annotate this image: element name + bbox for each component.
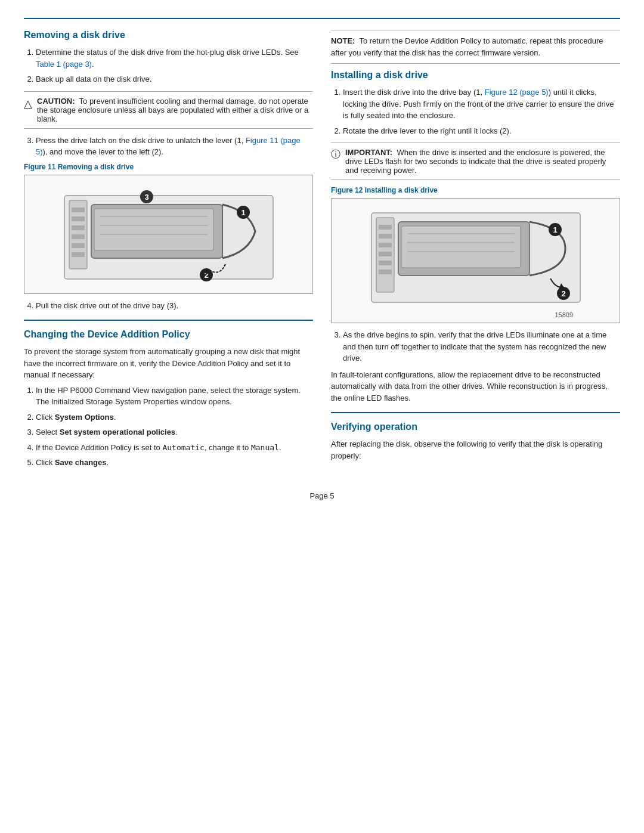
important-icon: ⓘ (331, 148, 340, 161)
removing-step-2: Back up all data on the disk drive. (36, 73, 313, 85)
svg-rect-9 (94, 209, 213, 250)
removing-steps-3: Pull the disk drive out of the drive bay… (24, 300, 313, 312)
verifying-text: After replacing the disk, observe the fo… (331, 438, 620, 462)
verifying-section: Verifying operation After replacing the … (331, 422, 620, 462)
svg-text:15809: 15809 (555, 311, 573, 318)
page-number: Page 5 (24, 491, 620, 500)
svg-rect-5 (72, 234, 85, 239)
installing-step-3: As the drive begins to spin, verify that… (343, 329, 620, 364)
changing-title: Changing the Device Addition Policy (24, 329, 313, 340)
installing-step-1: Insert the disk drive into the drive bay… (343, 86, 620, 122)
removing-step-1: Determine the status of the disk drive f… (36, 47, 313, 70)
figure12-link[interactable]: Figure 12 (page 5) (485, 88, 549, 97)
table1-link[interactable]: Table 1 (page 3) (36, 60, 92, 69)
changing-step-1: In the HP P6000 Command View navigation … (36, 385, 313, 408)
changing-steps: In the HP P6000 Command View navigation … (24, 385, 313, 469)
note-label: NOTE: (331, 36, 359, 45)
svg-rect-7 (72, 252, 85, 257)
svg-rect-4 (72, 225, 85, 230)
svg-rect-6 (72, 243, 85, 248)
removing-bottom-rule (24, 320, 313, 321)
removing-step-4: Pull the disk drive out of the drive bay… (36, 300, 313, 312)
figure11-caption: Figure 11 Removing a disk drive (24, 163, 313, 171)
figure11-image: 1 2 3 (24, 175, 313, 294)
svg-rect-26 (379, 261, 392, 265)
installing-section: Installing a disk drive Insert the disk … (331, 70, 620, 413)
svg-rect-29 (401, 226, 521, 268)
changing-step-5: Click Save changes. (36, 457, 313, 469)
changing-step-4: If the Device Addition Policy is set to … (36, 442, 313, 454)
figure12-image: 1 2 15809 (331, 198, 620, 323)
caution-box: △ CAUTION: To prevent insufficient cooli… (24, 91, 313, 129)
verifying-title: Verifying operation (331, 422, 620, 432)
changing-step-2: Click System Options. (36, 411, 313, 423)
installing-title: Installing a disk drive (331, 70, 620, 80)
svg-text:2: 2 (561, 289, 565, 298)
removing-title: Removing a disk drive (24, 30, 313, 41)
changing-step-3: Select Set system operational policies. (36, 426, 313, 438)
installing-steps-1: Insert the disk drive into the drive bay… (331, 86, 620, 137)
changing-section: Changing the Device Addition Policy To p… (24, 329, 313, 469)
installing-steps-2: As the drive begins to spin, verify that… (331, 329, 620, 364)
important-text: IMPORTANT: When the drive is inserted an… (345, 148, 620, 175)
svg-rect-24 (379, 243, 392, 247)
important-box: ⓘ IMPORTANT: When the drive is inserted … (331, 143, 620, 180)
removing-steps-1: Determine the status of the disk drive f… (24, 47, 313, 85)
removing-section: Removing a disk drive Determine the stat… (24, 30, 313, 321)
removing-steps-2: Press the drive latch on the disk drive … (24, 135, 313, 158)
svg-rect-3 (72, 216, 85, 221)
installing-note: In fault-tolerant configurations, allow … (331, 369, 620, 404)
figure11-svg: 1 2 3 (58, 178, 279, 291)
svg-text:1: 1 (241, 208, 245, 217)
svg-rect-23 (379, 234, 392, 239)
svg-rect-2 (72, 208, 85, 212)
caution-icon: △ (24, 97, 32, 110)
figure12-caption: Figure 12 Installing a disk drive (331, 186, 620, 194)
step1-text: Determine the status of the disk drive f… (36, 48, 299, 57)
top-rule (24, 18, 620, 19)
note-text: To return the Device Addition Policy to … (331, 36, 603, 57)
caution-text: CAUTION: To prevent insufficient cooling… (37, 97, 313, 123)
note-box: NOTE: To return the Device Addition Poli… (331, 30, 620, 64)
figure12-svg: 1 2 15809 (366, 201, 586, 320)
svg-rect-22 (379, 225, 392, 230)
removing-step-3: Press the drive latch on the disk drive … (36, 135, 313, 158)
svg-text:3: 3 (144, 193, 148, 202)
installing-step-2: Rotate the drive lever to the right unti… (343, 125, 620, 137)
installing-bottom-rule (331, 412, 620, 413)
changing-intro: To prevent the storage system from autom… (24, 346, 313, 381)
svg-text:1: 1 (553, 225, 557, 234)
svg-rect-25 (379, 252, 392, 256)
svg-rect-27 (379, 270, 392, 274)
